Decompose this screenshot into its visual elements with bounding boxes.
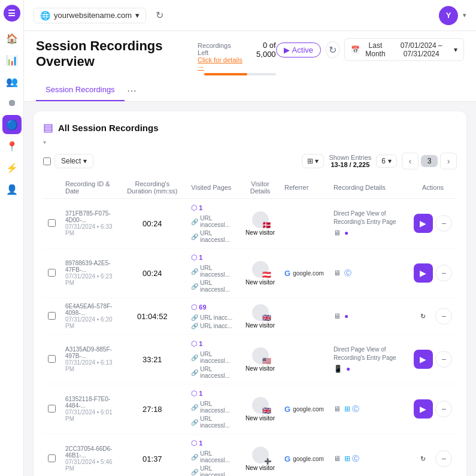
windows-icon: ⊞ bbox=[344, 405, 350, 413]
row-checkbox[interactable] bbox=[48, 355, 56, 363]
select-button[interactable]: Select ▾ bbox=[54, 154, 93, 168]
sidebar-item-home[interactable]: 🏠 bbox=[2, 29, 22, 48]
remove-button[interactable]: − bbox=[435, 265, 452, 281]
row-actions-cell: ↻ − bbox=[409, 298, 457, 335]
website-name: yourwebsitename.com bbox=[54, 11, 132, 20]
row-checkbox-cell bbox=[43, 298, 60, 335]
remove-button[interactable]: − bbox=[435, 450, 452, 467]
row-date: 07/31/2024 • 6:13 PM bbox=[65, 359, 113, 372]
row-duration: 00:24 bbox=[123, 269, 181, 278]
row-duration: 01:37 bbox=[123, 454, 181, 463]
row-id-cell: 2CC37054-66D6-46B1-... 07/31/2024 • 5:46… bbox=[60, 434, 118, 477]
row-id-cell: 371FB785-F075-4D00-... 07/31/2024 • 6:33… bbox=[60, 199, 118, 248]
sidebar-item-recordings[interactable]: ⏺ bbox=[2, 93, 22, 113]
play-button[interactable]: ▶ bbox=[414, 350, 433, 369]
row-date: 07/31/2024 • 6:33 PM bbox=[65, 223, 113, 237]
referrer-info: G google.com bbox=[284, 405, 324, 414]
vio-icon: ● bbox=[344, 312, 348, 320]
website-selector[interactable]: 🌐 yourwebsitename.com ▾ bbox=[34, 8, 146, 23]
row-checkbox[interactable] bbox=[48, 219, 56, 227]
entries-label: Shown Entries bbox=[329, 154, 371, 161]
play-button[interactable]: ▶ bbox=[414, 214, 433, 233]
prev-page-button[interactable]: ‹ bbox=[402, 153, 419, 169]
play-button[interactable]: ▶ bbox=[414, 263, 433, 283]
col-id-date: Recording ID & Date bbox=[60, 177, 118, 199]
row-rec-details-cell: 🖥 Ⓒ bbox=[329, 248, 409, 298]
active-button[interactable]: ▶ Active bbox=[276, 43, 321, 57]
pages-icon: ⬡ bbox=[191, 253, 197, 262]
visitor-flag: ➕ bbox=[264, 458, 271, 465]
more-tabs-button[interactable]: ⋯ bbox=[125, 80, 139, 101]
sidebar-item-settings[interactable]: 👤 bbox=[2, 180, 22, 199]
page-url-1: 🔗URL inaccessl... bbox=[191, 351, 236, 364]
sidebar-item-users[interactable]: 👥 bbox=[2, 72, 22, 91]
navbar-right: Y ▾ bbox=[439, 6, 466, 25]
device-icons: 🖥 ⊞ Ⓒ bbox=[333, 454, 404, 464]
page-url-2: 🔗URL inaccessl... bbox=[191, 366, 236, 379]
page-url-2: 🔗URL inaccessl... bbox=[191, 280, 236, 293]
row-id-cell: 89788639-A2E5-47FB-... 07/31/2024 • 6:23… bbox=[60, 248, 118, 298]
row-id: 6E4A5EA6-578F-4098-... bbox=[65, 303, 113, 316]
page-header: Session Recordings Overview Recordings L… bbox=[24, 31, 476, 102]
visitor-flag: 🇬🇧 bbox=[262, 407, 271, 415]
link-icon-2: 🔗 bbox=[191, 234, 198, 240]
row-checkbox[interactable] bbox=[48, 405, 56, 413]
link-icon-1: 🔗 bbox=[191, 454, 198, 460]
pages-icon: ⬡ bbox=[191, 204, 197, 212]
pagination: ‹ 3 › bbox=[402, 153, 457, 169]
visitor-type-label: New visitor bbox=[245, 465, 275, 471]
google-icon: G bbox=[284, 405, 290, 414]
select-all-checkbox[interactable] bbox=[43, 157, 51, 165]
sidebar-item-heatmaps[interactable]: 📍 bbox=[2, 137, 22, 156]
row-rec-details-cell: 🖥 ⊞ Ⓒ bbox=[329, 384, 409, 434]
remove-button[interactable]: − bbox=[435, 215, 452, 232]
play-button[interactable]: ▶ bbox=[414, 399, 433, 419]
date-range-button[interactable]: 📅 Last Month 07/01/2024 – 07/31/2024 ▾ bbox=[344, 38, 464, 61]
row-pages-cell: ⬡ 1 🔗URL inaccessl... 🔗URL inaccessl... bbox=[186, 335, 241, 384]
page-url-1: 🔗URL inacc... bbox=[191, 314, 236, 321]
next-page-button[interactable]: › bbox=[440, 153, 457, 169]
refresh-button[interactable]: ↻ bbox=[151, 7, 168, 24]
vio-icon: ● bbox=[344, 229, 348, 237]
col-visited-pages: Visited Pages bbox=[186, 177, 241, 199]
tab-session-recordings[interactable]: Session Recordings bbox=[36, 80, 125, 101]
row-checkbox-cell bbox=[43, 248, 60, 298]
header-refresh-button[interactable]: ↻ bbox=[326, 41, 339, 58]
calendar-icon: 📅 bbox=[351, 46, 360, 54]
visitor-flag: 🇩🇰 bbox=[262, 221, 271, 229]
user-avatar[interactable]: Y bbox=[439, 6, 458, 25]
row-id-cell: A3135AD9-885F-497B-... 07/31/2024 • 6:13… bbox=[60, 335, 118, 384]
row-duration-cell: 27:18 bbox=[118, 384, 186, 434]
recordings-table: Recording ID & Date Recording's Duration… bbox=[43, 177, 457, 476]
device-icons: 🖥 ● bbox=[333, 312, 404, 320]
row-checkbox[interactable] bbox=[48, 312, 56, 320]
row-checkbox[interactable] bbox=[48, 269, 56, 277]
referrer-url: google.com bbox=[293, 406, 324, 413]
col-referrer: Referrer bbox=[280, 177, 329, 199]
per-page-select[interactable]: 6 ▾ bbox=[376, 154, 397, 168]
columns-button[interactable]: ⊞ ▾ bbox=[302, 154, 324, 168]
sidebar-item-analytics[interactable]: 📊 bbox=[2, 50, 22, 69]
active-label: Active bbox=[292, 46, 313, 54]
remove-button[interactable]: − bbox=[435, 351, 452, 368]
card-chevron-icon[interactable]: ▾ bbox=[43, 139, 46, 145]
sidebar-logo[interactable]: ☰ bbox=[4, 5, 20, 22]
referrer-url: google.com bbox=[293, 456, 324, 462]
row-referrer-cell bbox=[280, 199, 329, 248]
table-right-controls: ⊞ ▾ Shown Entries 13-18 / 2,225 6 ▾ ‹ 3 bbox=[302, 153, 457, 169]
col-duration: Recording's Duration (mm:ss) bbox=[118, 177, 186, 199]
remove-button[interactable]: − bbox=[435, 308, 452, 325]
pages-icon: ⬡ bbox=[191, 303, 197, 311]
link-icon-2: 🔗 bbox=[191, 469, 198, 475]
chrome-icon: Ⓒ bbox=[352, 454, 359, 464]
row-checkbox[interactable] bbox=[48, 454, 56, 462]
recordings-left-link[interactable]: Click for details → bbox=[198, 56, 242, 71]
sidebar-item-funnels[interactable]: ⚡ bbox=[2, 158, 22, 177]
chrome-icon: Ⓒ bbox=[344, 268, 351, 278]
referrer-info: G google.com bbox=[284, 269, 324, 278]
table-row: A3135AD9-885F-497B-... 07/31/2024 • 6:13… bbox=[43, 335, 457, 384]
row-checkbox-cell bbox=[43, 199, 60, 248]
device-icons: 🖥 ● bbox=[333, 229, 404, 237]
sidebar-item-sessions[interactable]: 🔵 bbox=[2, 115, 22, 134]
remove-button[interactable]: − bbox=[435, 401, 452, 417]
